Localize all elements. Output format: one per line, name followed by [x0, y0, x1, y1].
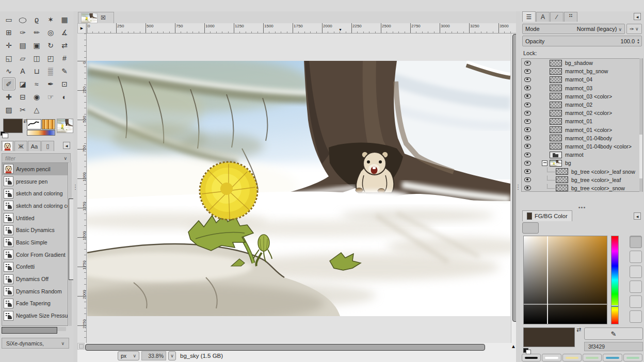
layer-row[interactable]: bg_tree <color>_snow [522, 184, 642, 192]
visibility-eye-icon[interactable] [524, 111, 531, 116]
visibility-eye-icon[interactable] [524, 177, 531, 182]
dock-resize-handle[interactable]: ⋮ [73, 11, 77, 362]
mode-space-switch-button[interactable]: ✑ ∨ [626, 24, 642, 34]
gradient-preview[interactable] [27, 130, 55, 136]
dynamics-list-item[interactable]: Negative Size Pressure [2, 309, 68, 322]
pick-color-button[interactable]: ✎ [584, 327, 643, 340]
visibility-eye-icon[interactable] [524, 77, 531, 82]
menu-item[interactable] [39, 4, 49, 7]
channel-button[interactable] [630, 266, 642, 278]
dynamics-collection-combo[interactable]: SiXe-dynamics, ∨ [2, 338, 69, 349]
canvas-image[interactable] [87, 61, 510, 316]
brush-preview[interactable] [27, 119, 41, 129]
dynamics-list-item[interactable]: Confetti [2, 261, 68, 273]
background-color-swatch[interactable] [2, 133, 8, 138]
layer-row[interactable]: marmot_02 [522, 101, 642, 109]
menu-item[interactable] [30, 4, 39, 7]
dynamics-list-item[interactable]: Aryeom pencil [2, 163, 68, 175]
ruler-corner-button[interactable]: ▶ [77, 23, 86, 34]
layer-mode-dropdown[interactable]: Mode Normal (legacy) ∨ [522, 24, 625, 34]
foreground-color-swatch[interactable] [3, 119, 23, 133]
foreground-color-swatch[interactable] [523, 327, 575, 347]
tab-fgbg-color[interactable]: FG/BG Color [522, 210, 572, 221]
dock-resize-handle[interactable]: ⋮ [516, 11, 520, 362]
layers-scrollbar[interactable] [639, 58, 642, 192]
menu-item[interactable] [21, 4, 30, 7]
channel-button[interactable] [630, 310, 642, 323]
dock-resize-handle[interactable]: ••• [520, 205, 644, 209]
menu-item[interactable] [104, 4, 114, 7]
visibility-eye-icon[interactable] [524, 153, 531, 157]
layer-row[interactable]: marmot [522, 151, 642, 159]
dynamics-list-item[interactable]: Color From Gradient [2, 249, 68, 261]
visibility-eye-icon[interactable] [524, 169, 531, 174]
visibility-eye-icon[interactable] [524, 69, 531, 74]
dynamics-scrollbar-vertical[interactable] [69, 162, 72, 326]
history-color-button[interactable] [522, 354, 541, 361]
visibility-eye-icon[interactable] [524, 144, 531, 149]
foreground-color-mini[interactable] [526, 350, 531, 354]
image-tab[interactable]: ☒ [78, 12, 114, 23]
panel-menu-button[interactable]: ◀ [634, 212, 641, 220]
layer-row[interactable]: bg [522, 159, 642, 167]
layer-row[interactable]: marmot_03 [522, 84, 642, 92]
menu-item[interactable] [76, 4, 86, 7]
visibility-eye-icon[interactable] [524, 61, 531, 65]
layer-row[interactable]: marmot_01-04body <color> [522, 142, 642, 151]
history-color-button[interactable] [603, 354, 622, 361]
history-color-button[interactable] [562, 354, 582, 361]
layer-row[interactable]: marmot_03 <color> [522, 92, 642, 101]
menu-item[interactable] [67, 4, 76, 7]
layer-row[interactable]: marmot_01 [522, 117, 642, 125]
spinner-arrows-icon[interactable]: ▲▼ [637, 38, 640, 44]
dynamics-list-item[interactable]: Fade Tapering [2, 298, 68, 310]
saturation-value-square[interactable] [523, 236, 607, 324]
collapse-expander-icon[interactable] [542, 160, 548, 166]
layer-row[interactable]: marmot_02 <color> [522, 109, 642, 117]
quickmask-button[interactable] [77, 343, 85, 350]
pattern-preview[interactable] [42, 119, 55, 129]
visibility-eye-icon[interactable] [524, 94, 531, 98]
dynamics-list-item[interactable]: Dynamics Random [2, 285, 68, 298]
panel-menu-button[interactable]: ◀ [63, 142, 70, 149]
history-color-button[interactable] [542, 354, 561, 361]
menu-item[interactable] [11, 4, 21, 7]
history-color-button[interactable] [623, 354, 642, 361]
dynamics-list-item[interactable]: Basic Simple [2, 236, 68, 249]
panel-menu-button[interactable]: ◀ [634, 13, 641, 20]
visibility-eye-icon[interactable] [524, 136, 531, 140]
channel-button[interactable] [630, 281, 642, 293]
hex-input[interactable]: 3f3429 [584, 342, 643, 351]
visibility-eye-icon[interactable] [524, 86, 531, 90]
layer-row[interactable]: marmot_01-04body [522, 134, 642, 142]
layer-row[interactable]: bg_tree <color>_leaf [522, 176, 642, 184]
menu-item[interactable] [58, 4, 67, 7]
dynamics-filter[interactable]: filter ∨ [2, 153, 71, 163]
hue-slider[interactable] [611, 236, 619, 324]
dynamics-list-item[interactable]: Untitled [2, 212, 68, 224]
visibility-eye-icon[interactable] [524, 103, 531, 107]
horizontal-ruler[interactable]: ▼ 02505007501000125015001750200022502500… [86, 23, 517, 34]
channel-button[interactable] [630, 236, 642, 248]
menu-item[interactable] [2, 4, 11, 7]
channel-button[interactable] [630, 295, 642, 308]
dynamics-list-item[interactable]: Dynamics Off [2, 273, 68, 285]
layer-row[interactable]: marmot_01 <color> [522, 126, 642, 134]
dynamics-list-item[interactable]: sketch and coloring copy [2, 200, 68, 212]
opacity-slider[interactable]: Opacity 100.0 ▲▼ [522, 36, 642, 46]
history-color-button[interactable] [583, 354, 602, 361]
canvas-viewport[interactable] [87, 34, 511, 343]
layer-row[interactable]: bg_tree <color>_leaf snow [522, 167, 642, 175]
vertical-ruler[interactable]: 0250500750100012501500175020002250 [77, 34, 87, 343]
visibility-eye-icon[interactable] [524, 161, 531, 166]
unit-combo[interactable]: px ∨ [118, 351, 139, 360]
visibility-eye-icon[interactable] [524, 127, 531, 132]
menu-item[interactable] [86, 4, 95, 7]
dynamics-scrollbar-horizontal[interactable] [2, 327, 66, 331]
image-thumbnail[interactable] [57, 119, 73, 133]
layer-row[interactable]: marmot_04 [522, 75, 642, 84]
zoom-field[interactable]: 33.8% [141, 351, 166, 360]
channel-button[interactable] [630, 251, 642, 263]
dynamics-list-item[interactable]: sketch and coloring [2, 187, 68, 200]
swap-colors-icon[interactable]: ⇄ [576, 326, 581, 333]
